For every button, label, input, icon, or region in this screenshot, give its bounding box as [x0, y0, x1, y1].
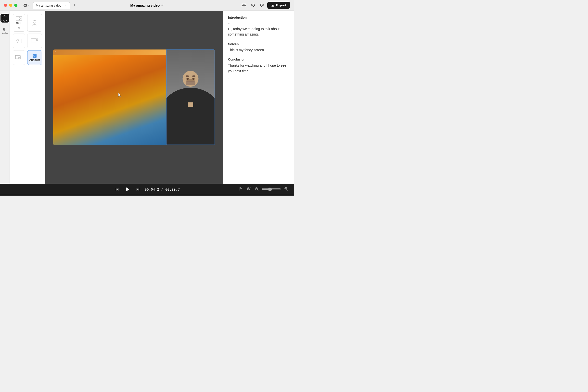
script-section-screen: Screen This is my fancy screen.	[228, 42, 289, 53]
person-only-icon	[31, 19, 38, 26]
svg-marker-19	[116, 188, 118, 191]
mac-desktop:  WiFi 100% Mon 6 Jan 13:42	[53, 50, 215, 145]
zoom-out-button[interactable]	[254, 186, 260, 192]
script-text-introduction: Hi, today we're going to talk about some…	[228, 26, 289, 37]
app-dropdown-icon[interactable]: ▾	[28, 4, 30, 7]
screen-only-icon	[16, 38, 22, 43]
svg-rect-20	[116, 188, 116, 191]
svg-line-27	[249, 189, 250, 190]
flag-tool-button[interactable]	[238, 186, 244, 192]
new-tab-button[interactable]: +	[71, 2, 78, 9]
app-logo-icon: U	[23, 4, 27, 7]
audio-icon	[3, 27, 7, 32]
script-title-introduction: Introduction	[228, 16, 289, 19]
export-icon	[271, 4, 275, 7]
apple-logo: 	[55, 51, 56, 54]
titlebar-center: My amazing video ✓	[130, 4, 164, 7]
undo-button[interactable]	[250, 2, 256, 9]
custom-label: CUSTOM	[30, 59, 40, 62]
svg-point-24	[248, 188, 249, 189]
undo-icon	[251, 4, 255, 7]
redo-button[interactable]	[258, 2, 265, 9]
layout-option-custom[interactable]: C CUSTOM	[27, 50, 42, 65]
play-icon	[125, 187, 130, 192]
screen-person-icon	[31, 38, 38, 44]
redo-icon	[260, 4, 264, 7]
svg-point-13	[37, 39, 38, 40]
webcam-overlay	[166, 50, 215, 145]
svg-rect-2	[242, 4, 244, 5]
current-time: 00:04.2	[145, 188, 159, 191]
timeline-content: 00:00 00:01 00:02 00:03 00:04 00:05 00:0…	[0, 195, 294, 196]
svg-point-16	[19, 57, 20, 58]
svg-rect-4	[242, 6, 246, 7]
sidebar-item-layout[interactable]: Layout	[1, 14, 9, 22]
svg-point-8	[33, 20, 36, 23]
skip-to-start-button[interactable]	[114, 186, 120, 192]
layout-option-screen-person[interactable]	[27, 34, 42, 48]
layout-icon	[3, 14, 7, 19]
export-label: Export	[276, 4, 286, 7]
left-sidebar: Layout Audio	[0, 11, 10, 184]
svg-rect-23	[139, 188, 139, 191]
svg-rect-6	[5, 15, 7, 16]
maximize-button[interactable]	[14, 4, 18, 7]
tab-title: My amazing video	[36, 4, 62, 7]
tab-area: U ▾ My amazing video × +	[21, 2, 78, 9]
skip-to-end-button[interactable]	[135, 186, 141, 192]
shirt	[166, 88, 215, 144]
script-dots-introduction: ....	[228, 21, 289, 24]
script-section-conclusion: Conclusion Thanks for watching and I hop…	[228, 58, 289, 79]
eye-left	[186, 78, 189, 80]
script-panel: Introduction .... Hi, today we're going …	[223, 11, 294, 184]
cut-tool-button[interactable]	[246, 186, 252, 192]
title-check-icon: ✓	[161, 4, 164, 7]
neck	[188, 102, 193, 107]
svg-line-26	[249, 188, 250, 189]
skip-start-icon	[115, 188, 119, 191]
window-controls	[4, 4, 18, 7]
script-dots-conclusion: ....	[228, 76, 289, 79]
app-icon[interactable]: U ▾	[21, 4, 32, 7]
webcam-person	[166, 50, 214, 144]
sidebar-item-audio[interactable]: Audio	[1, 26, 9, 35]
skip-end-icon	[136, 188, 140, 191]
layout-view-button[interactable]	[240, 2, 248, 8]
zoom-in-icon	[284, 187, 288, 191]
titlebar: U ▾ My amazing video × + My amazing vide…	[0, 0, 294, 11]
zoom-in-button[interactable]	[283, 186, 289, 192]
wallpaper	[53, 55, 166, 145]
video-section:  WiFi 100% Mon 6 Jan 13:42	[45, 11, 223, 184]
script-section-introduction: Introduction .... Hi, today we're going …	[228, 16, 289, 37]
play-button[interactable]	[124, 186, 131, 193]
script-text-screen: This is my fancy screen.	[228, 47, 289, 53]
active-tab[interactable]: My amazing video ×	[33, 2, 70, 9]
layout-panel: AUTO	[10, 11, 45, 184]
sidebar-audio-label: Audio	[2, 32, 8, 34]
tab-close-button[interactable]: ×	[64, 4, 67, 7]
minimize-button[interactable]	[9, 4, 12, 7]
close-button[interactable]	[4, 4, 7, 7]
svg-rect-10	[17, 40, 19, 41]
timeline-ruler: 00:00 00:01 00:02 00:03 00:04 00:05 00:0…	[0, 195, 294, 196]
svg-marker-22	[137, 188, 139, 191]
svg-rect-3	[244, 4, 246, 5]
script-title-conclusion: Conclusion	[228, 58, 289, 61]
zoom-out-icon	[255, 187, 259, 191]
svg-point-25	[248, 189, 249, 190]
time-separator: /	[161, 188, 165, 191]
layout-option-auto[interactable]: AUTO	[13, 14, 25, 32]
zoom-slider[interactable]	[262, 188, 281, 191]
svg-rect-7	[3, 17, 7, 18]
export-button[interactable]: Export	[267, 2, 290, 9]
beard	[186, 81, 195, 85]
layout-option-person[interactable]	[27, 14, 42, 32]
layout-option-screen[interactable]	[13, 34, 25, 48]
eyebrow-left	[186, 76, 189, 77]
layout-option-screen-person-v2[interactable]	[13, 50, 25, 65]
cursor-icon	[118, 92, 121, 97]
titlebar-right: Export	[240, 2, 290, 9]
face	[183, 71, 199, 87]
time-display: 00:04.2 / 00:09.7	[145, 188, 180, 191]
flag-icon	[239, 187, 243, 191]
